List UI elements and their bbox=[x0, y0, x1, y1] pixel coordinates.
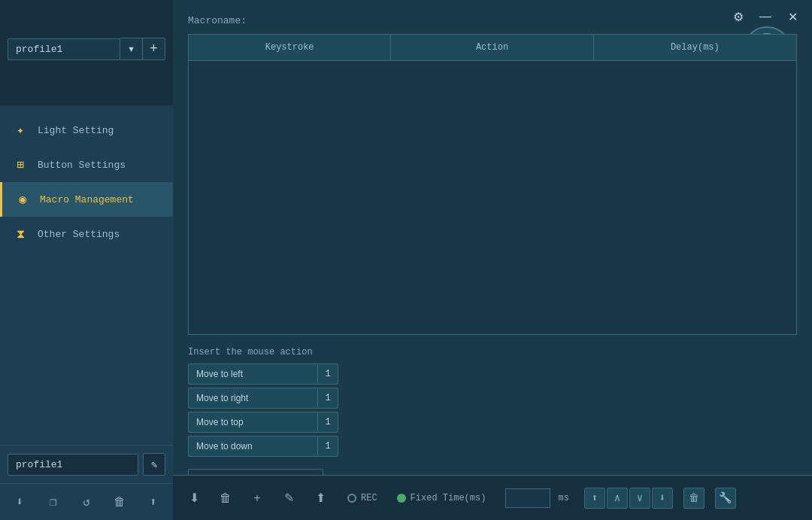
table-header: Keystroke Action Delay(ms) bbox=[189, 35, 796, 61]
move-left-button[interactable]: Move to left bbox=[188, 363, 317, 385]
nav-settings-button[interactable]: 🔧 bbox=[715, 488, 736, 509]
profile-selector: profile1 ▾ + bbox=[8, 38, 165, 60]
action-row-move-down: Move to down 1 bbox=[188, 436, 338, 457]
sidebar-top: profile1 ▾ + bbox=[0, 0, 173, 105]
settings-button[interactable]: ⚙ bbox=[728, 6, 749, 27]
toolbar-import-button[interactable]: ⬇ bbox=[182, 486, 206, 510]
toolbar-add-button[interactable]: + bbox=[245, 486, 269, 510]
bottom-toolbar: ⬇ 🗑 + ✎ ⬆ REC Fixed Time(ms) ms ⬆ ∧ ∨ ⬇ … bbox=[173, 475, 812, 520]
action-row-move-top: Move to top 1 bbox=[188, 412, 338, 433]
light-setting-icon: ✦ bbox=[12, 122, 29, 138]
col-delay: Delay(ms) bbox=[594, 35, 796, 60]
col-action: Action bbox=[391, 35, 593, 60]
fixed-time-dot bbox=[397, 494, 406, 503]
profile-dropdown-button[interactable]: ▾ bbox=[120, 38, 143, 60]
move-right-value: 1 bbox=[317, 388, 338, 409]
other-settings-icon: ⧗ bbox=[12, 226, 29, 242]
move-down-value: 1 bbox=[317, 436, 338, 457]
toolbar-delete-button[interactable]: 🗑 bbox=[214, 486, 238, 510]
ms-unit-label: ms bbox=[558, 493, 568, 503]
title-bar: ⚙ — ✕ bbox=[719, 0, 812, 33]
macro-header: Macroname: bbox=[188, 15, 797, 26]
rec-indicator: REC bbox=[347, 493, 377, 503]
sidebar-item-macro-management[interactable]: ◉ Macro Management bbox=[0, 182, 173, 217]
macro-table: Keystroke Action Delay(ms) bbox=[188, 34, 797, 335]
mouse-action-title: Insert the mouse action bbox=[188, 347, 797, 357]
arrow-bottom-button[interactable]: ⬇ bbox=[652, 488, 673, 509]
move-top-value: 1 bbox=[317, 412, 338, 433]
arrow-top-button[interactable]: ⬆ bbox=[584, 488, 605, 509]
sidebar-refresh-button[interactable]: ↺ bbox=[74, 490, 98, 514]
profile-name-box: profile1 bbox=[8, 38, 120, 60]
table-body bbox=[189, 61, 796, 334]
move-right-button[interactable]: Move to right bbox=[188, 388, 317, 409]
ms-input[interactable] bbox=[505, 488, 550, 508]
profile-display-name: profile1 bbox=[8, 454, 138, 476]
sidebar: profile1 ▾ + ✦ Light Setting ⊞ Button Se… bbox=[0, 0, 173, 520]
sidebar-export-button[interactable]: ⬆ bbox=[141, 490, 165, 514]
sidebar-import-button[interactable]: ⬇ bbox=[8, 490, 32, 514]
move-down-button[interactable]: Move to down bbox=[188, 436, 317, 457]
sidebar-profile-bottom: profile1 ✎ bbox=[0, 445, 173, 483]
toolbar-export-button[interactable]: ⬆ bbox=[308, 486, 332, 510]
minimize-button[interactable]: — bbox=[755, 6, 776, 27]
sidebar-delete-button[interactable]: 🗑 bbox=[108, 490, 132, 514]
move-top-button[interactable]: Move to top bbox=[188, 412, 317, 433]
sidebar-item-macro-management-label: Macro Management bbox=[40, 194, 134, 205]
sidebar-item-button-settings[interactable]: ⊞ Button Settings bbox=[0, 147, 173, 182]
sidebar-item-other-settings-label: Other Settings bbox=[38, 229, 120, 240]
col-keystroke: Keystroke bbox=[189, 35, 391, 60]
sidebar-item-light-setting-label: Light Setting bbox=[38, 125, 114, 136]
action-row-move-right: Move to right 1 bbox=[188, 388, 338, 409]
move-left-value: 1 bbox=[317, 363, 338, 385]
macro-management-icon: ◉ bbox=[14, 191, 31, 208]
sidebar-actions: ⬇ ❐ ↺ 🗑 ⬆ bbox=[0, 483, 173, 520]
close-button[interactable]: ✕ bbox=[782, 6, 803, 27]
action-buttons-list: Move to left 1 Move to right 1 Move to t… bbox=[188, 363, 338, 457]
sidebar-copy-button[interactable]: ❐ bbox=[41, 490, 65, 514]
sidebar-item-other-settings[interactable]: ⧗ Other Settings bbox=[0, 217, 173, 251]
profile-add-button[interactable]: + bbox=[143, 38, 165, 60]
profile-edit-button[interactable]: ✎ bbox=[143, 453, 165, 476]
arrow-up-button[interactable]: ∧ bbox=[607, 488, 628, 509]
arrow-down-button[interactable]: ∨ bbox=[629, 488, 650, 509]
main-content: Macroname: Keystroke Action Delay(ms) In… bbox=[173, 0, 812, 520]
button-settings-icon: ⊞ bbox=[12, 157, 29, 173]
nav-delete-button[interactable]: 🗑 bbox=[683, 488, 704, 509]
mouse-action-section: Insert the mouse action Move to left 1 M… bbox=[188, 347, 797, 493]
sidebar-item-button-settings-label: Button Settings bbox=[38, 160, 126, 171]
nav-arrows: ⬆ ∧ ∨ ⬇ bbox=[584, 488, 673, 509]
sidebar-item-light-setting[interactable]: ✦ Light Setting bbox=[0, 113, 173, 147]
toolbar-edit-button[interactable]: ✎ bbox=[277, 486, 301, 510]
rec-label: REC bbox=[361, 493, 377, 503]
rec-dot bbox=[347, 494, 356, 503]
sidebar-nav: ✦ Light Setting ⊞ Button Settings ◉ Macr… bbox=[0, 105, 173, 445]
macroname-label: Macroname: bbox=[188, 15, 263, 26]
fixed-time-indicator: Fixed Time(ms) bbox=[397, 493, 486, 503]
fixed-time-label: Fixed Time(ms) bbox=[411, 493, 486, 503]
action-row-move-left: Move to left 1 bbox=[188, 363, 338, 385]
